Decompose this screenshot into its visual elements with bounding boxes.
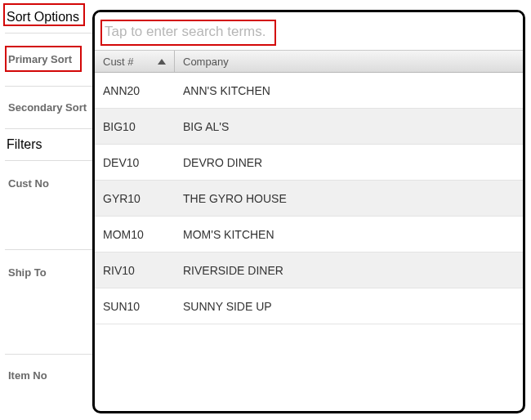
table-row[interactable]: BIG10BIG AL'S: [95, 109, 523, 145]
cell-company: RIVERSIDE DINER: [175, 264, 523, 277]
table-row[interactable]: RIV10RIVERSIDE DINER: [95, 252, 523, 288]
table-row[interactable]: DEV10DEVRO DINER: [95, 145, 523, 181]
divider: [5, 249, 95, 250]
secondary-sort-row[interactable]: Secondary Sort: [5, 88, 95, 127]
divider: [5, 354, 95, 355]
table-row[interactable]: SUN10SUNNY SIDE UP: [95, 288, 523, 324]
table-row[interactable]: GYR10THE GYRO HOUSE: [95, 181, 523, 217]
cell-cust: RIV10: [95, 264, 175, 277]
divider: [5, 160, 95, 161]
sidebar: Sort Options Primary Sort Secondary Sort…: [0, 0, 95, 420]
primary-sort-row[interactable]: Primary Sort: [5, 35, 95, 84]
column-header-cust[interactable]: Cust #: [95, 51, 175, 72]
cell-company: THE GYRO HOUSE: [175, 192, 523, 205]
cell-company: MOM'S KITCHEN: [175, 228, 523, 241]
table-row[interactable]: ANN20ANN'S KITCHEN: [95, 73, 523, 109]
cell-cust: MOM10: [95, 228, 175, 241]
cell-cust: BIG10: [95, 120, 175, 133]
search-input[interactable]: [103, 19, 515, 45]
cell-cust: ANN20: [95, 84, 175, 97]
search-wrap: [95, 12, 523, 50]
column-header-company[interactable]: Company: [175, 51, 523, 72]
cell-cust: DEV10: [95, 156, 175, 169]
cell-company: ANN'S KITCHEN: [175, 84, 523, 97]
table-header: Cust # Company: [95, 50, 523, 73]
column-header-company-label: Company: [183, 56, 229, 68]
sort-ascending-icon: [158, 59, 166, 65]
divider: [5, 128, 95, 129]
filter-item-no[interactable]: Item No: [5, 356, 95, 395]
cell-company: SUNNY SIDE UP: [175, 300, 523, 313]
cell-company: DEVRO DINER: [175, 156, 523, 169]
cell-cust: GYR10: [95, 192, 175, 205]
filters-header: Filters: [5, 134, 95, 159]
table-row[interactable]: MOM10MOM'S KITCHEN: [95, 217, 523, 252]
divider: [5, 86, 95, 87]
divider: [5, 33, 95, 34]
sort-options-header: Sort Options: [5, 7, 95, 31]
table[interactable]: ANN20ANN'S KITCHENBIG10BIG AL'SDEV10DEVR…: [95, 73, 523, 411]
cell-cust: SUN10: [95, 300, 175, 313]
filter-ship-to[interactable]: Ship To: [5, 252, 95, 353]
column-header-cust-label: Cust #: [103, 56, 134, 68]
lookup-popup: Cust # Company ANN20ANN'S KITCHENBIG10BI…: [92, 10, 525, 413]
filter-cust-no[interactable]: Cust No: [5, 163, 95, 248]
cell-company: BIG AL'S: [175, 120, 523, 133]
